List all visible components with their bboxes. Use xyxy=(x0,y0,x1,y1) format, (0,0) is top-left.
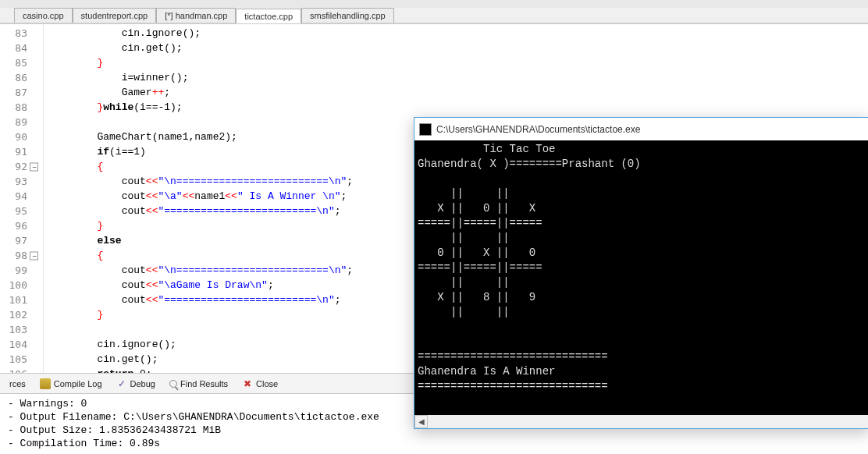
console-app-icon xyxy=(419,123,432,136)
debug-icon xyxy=(116,378,127,389)
find-icon xyxy=(169,380,177,388)
tab-find-results[interactable]: Find Results xyxy=(163,378,234,390)
tab-close[interactable]: Close xyxy=(236,377,284,391)
console-horizontal-scrollbar[interactable]: ◀ xyxy=(414,415,868,428)
scroll-track[interactable] xyxy=(428,415,868,428)
tab-debug[interactable]: Debug xyxy=(110,377,162,391)
line-number-gutter: 83 84 85 86 87 88 89 90 91 92 93 94 95 9… xyxy=(0,24,44,373)
tab-compile-log[interactable]: Compile Log xyxy=(34,377,108,391)
console-output: Tic Tac Toe Ghanendra( X )========Prasha… xyxy=(414,140,868,415)
output-line: - Compilation Time: 0.89s xyxy=(8,437,860,450)
console-window[interactable]: C:\Users\GHANENDRA\Documents\tictactoe.e… xyxy=(414,117,868,429)
console-titlebar[interactable]: C:\Users\GHANENDRA\Documents\tictactoe.e… xyxy=(414,118,868,140)
editor-tab-bar: casino.cpp studentreport.cpp [*] handman… xyxy=(0,8,868,23)
tab-casino[interactable]: casino.cpp xyxy=(14,8,73,23)
tab-resources[interactable]: rces xyxy=(3,378,32,390)
compile-log-icon xyxy=(40,378,51,389)
tab-smsfilehandling[interactable]: smsfilehandling.cpp xyxy=(301,8,394,23)
tab-handman[interactable]: [*] handman.cpp xyxy=(156,8,236,23)
tab-studentreport[interactable]: studentreport.cpp xyxy=(73,8,157,23)
console-title: C:\Users\GHANENDRA\Documents\tictactoe.e… xyxy=(436,124,640,135)
top-toolbar-strip xyxy=(0,0,868,8)
close-icon xyxy=(242,378,253,389)
scroll-left-arrow[interactable]: ◀ xyxy=(414,415,428,428)
tab-tictactoe[interactable]: tictactoe.cpp xyxy=(236,9,301,23)
